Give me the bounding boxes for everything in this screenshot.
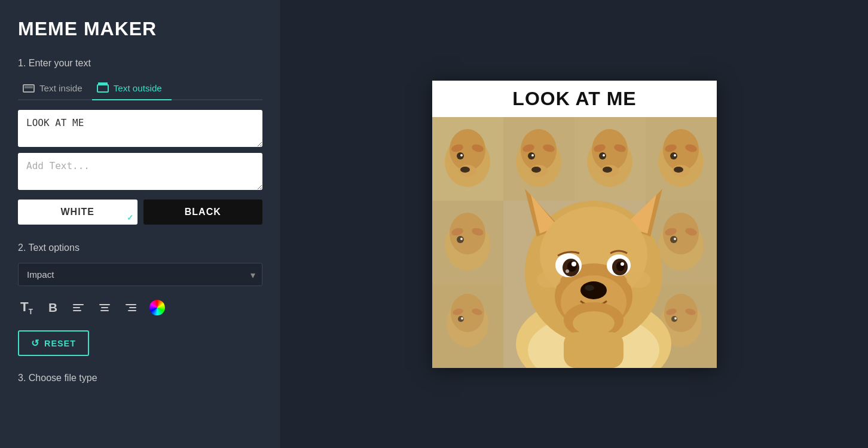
svg-point-89 xyxy=(573,311,615,335)
tab-outside-label: Text outside xyxy=(114,83,162,93)
svg-point-48 xyxy=(674,238,676,240)
white-color-button[interactable]: WHITE xyxy=(18,200,137,225)
svg-point-41 xyxy=(460,238,463,240)
formatting-toolbar: TT B xyxy=(18,297,262,318)
bottom-text-input[interactable] xyxy=(18,153,262,190)
reset-button[interactable]: ↺ RESET xyxy=(18,330,89,356)
svg-point-36 xyxy=(674,167,683,173)
svg-point-4 xyxy=(457,152,464,159)
tab-text-inside[interactable]: Text inside xyxy=(18,78,92,100)
svg-point-75 xyxy=(580,281,607,299)
align-center-icon xyxy=(99,304,110,311)
reset-label: RESET xyxy=(44,339,76,348)
align-left-button[interactable] xyxy=(71,302,86,314)
svg-point-87 xyxy=(626,271,650,288)
step3-label: 3. Choose file type xyxy=(18,373,262,383)
font-size-button[interactable]: TT xyxy=(18,297,35,318)
svg-point-22 xyxy=(599,152,606,159)
meme-preview: LOOK AT ME xyxy=(432,81,717,368)
svg-point-76 xyxy=(585,285,594,291)
bold-button[interactable]: B xyxy=(46,298,60,317)
text-position-tabs: Text inside Text outside xyxy=(18,78,262,100)
align-right-button[interactable] xyxy=(123,302,139,314)
text-inputs-container: LOOK AT ME xyxy=(18,110,262,190)
color-picker-button[interactable] xyxy=(149,300,165,315)
meme-top-text: LOOK AT ME xyxy=(432,81,717,117)
text-options-section: 2. Text options Impact Arial Comic Sans … xyxy=(18,243,262,356)
font-select[interactable]: Impact Arial Comic Sans MS Times New Rom… xyxy=(18,263,262,286)
svg-rect-90 xyxy=(564,332,624,368)
svg-point-86 xyxy=(537,271,561,288)
bold-icon: B xyxy=(48,300,57,315)
align-left-icon xyxy=(73,304,84,311)
black-color-button[interactable]: BLACK xyxy=(143,200,263,225)
svg-point-55 xyxy=(461,317,463,320)
svg-point-23 xyxy=(603,154,605,157)
left-panel: MEME MAKER 1. Enter your text Text insid… xyxy=(0,0,281,448)
tab-text-outside[interactable]: Text outside xyxy=(92,78,172,100)
step2-label: 2. Text options xyxy=(18,243,262,253)
text-inside-icon xyxy=(23,84,35,93)
font-size-icon: TT xyxy=(20,299,33,316)
right-panel: LOOK AT ME xyxy=(281,0,868,448)
svg-point-27 xyxy=(603,167,612,173)
meme-image-svg xyxy=(432,117,717,368)
color-buttons-group: WHITE BLACK xyxy=(18,200,262,225)
svg-point-13 xyxy=(528,152,535,159)
text-outside-icon xyxy=(97,84,109,93)
svg-point-14 xyxy=(531,154,534,157)
align-center-button[interactable] xyxy=(97,302,112,314)
svg-point-47 xyxy=(670,236,677,243)
svg-point-80 xyxy=(571,262,576,266)
meme-image-area xyxy=(432,117,717,368)
svg-point-31 xyxy=(670,152,677,159)
tab-inside-label: Text inside xyxy=(39,83,82,93)
svg-point-32 xyxy=(674,154,676,157)
svg-point-85 xyxy=(621,262,624,266)
svg-point-9 xyxy=(460,167,470,173)
reset-icon: ↺ xyxy=(31,337,39,349)
svg-point-40 xyxy=(457,236,464,243)
font-select-wrapper: Impact Arial Comic Sans MS Times New Rom… xyxy=(18,263,262,286)
top-text-input[interactable]: LOOK AT ME xyxy=(18,110,262,147)
svg-point-81 xyxy=(566,269,569,273)
svg-point-62 xyxy=(674,317,677,320)
align-right-icon xyxy=(126,304,136,311)
app-title: MEME MAKER xyxy=(18,18,262,40)
step1-label: 1. Enter your text xyxy=(18,58,262,69)
svg-point-18 xyxy=(531,167,541,173)
svg-point-5 xyxy=(460,154,463,157)
